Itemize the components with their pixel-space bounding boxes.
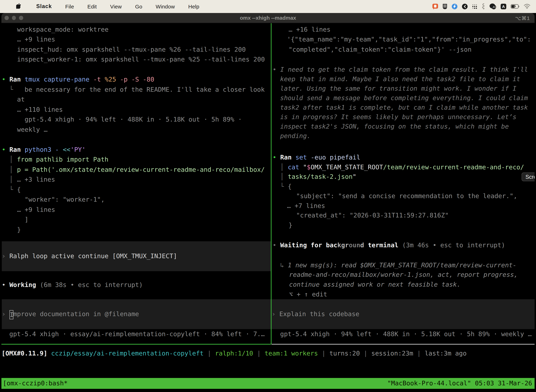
pane-left: workspace_mode: worktree… +9 linesinspec… [2,25,271,339]
spacer [2,290,271,299]
text-segment: ⌥ + ↑ edit [289,290,327,298]
text-segment: p = Path('.omx/state/team/review-current… [17,166,265,173]
svg-text:..61: ..61 [492,6,496,9]
apple-icon[interactable] [16,3,21,10]
text-segment: Explain this codebase [279,310,359,317]
text-segment: › [2,310,9,317]
dots-grid-icon[interactable] [472,4,477,9]
text-segment: oun [349,242,360,249]
text-segment: "completed","claim_token":"claim-token"}… [289,46,471,53]
menu-item-slack[interactable]: Slack [29,3,58,10]
text-segment: "created_at": "2026-03-31T11:59:27.816Z" [289,212,449,219]
text-segment: └ [9,186,17,193]
text-segment: from pathlib import Path [17,156,108,163]
terminal-line: should send a message before completing … [272,93,535,103]
terminal-line: keep that in mind. Maybe I also need the… [272,74,535,84]
text-segment: -p -S -80 [120,76,154,83]
pane-border-bottom-left [1,344,271,345]
terminal-line: └ { [272,182,535,191]
wifi-icon[interactable] [524,4,530,9]
menu-item-window[interactable]: Window [149,4,182,9]
terminal-line: └ { [2,185,271,195]
terminal-line: at [2,95,271,105]
text-segment: d [360,242,368,249]
text-segment: • [2,146,9,153]
text-segment: … +16 lines [289,26,330,33]
terminal-line: '{"team_name":"my-team","task_id":"1","f… [272,35,535,45]
input-source-icon[interactable]: A [500,4,507,9]
text-segment: ] [25,216,29,223]
terminal-line: gpt-5.4 xhigh · essay/ai-reimplementatio… [2,329,271,339]
squiggle-icon[interactable] [482,3,485,10]
window-title-bar[interactable]: omx --xhigh --madmax ⌥⌘1 [1,13,535,23]
status-segment: team:1 workers [265,350,318,357]
prompt-input-left[interactable]: › Improve documentation in @filename [2,299,271,329]
menu-bar: SlackFileEditViewGoWindowHelp ..61 [0,0,536,13]
menu-item-help[interactable]: Help [182,4,206,9]
terminal-line: inspect task2's JSON, focusing on the st… [272,121,535,131]
window-title: omx --xhigh --madmax [1,13,535,23]
text-segment: … +9 lines [17,206,55,213]
terminal-content: workspace_mode: worktree… +9 linesinspec… [1,23,535,392]
bolt-circle-icon[interactable] [452,4,458,9]
pane-divider[interactable] [271,23,271,344]
spacer [272,140,535,153]
terminal-line: gpt-5.4 xhigh · 94% left · 488K in · 5.1… [2,115,271,125]
text-segment: -euo pipefail [311,154,360,161]
text-segment: task2 after task1 is complete, but can I… [280,104,528,111]
terminal-line: … +7 lines [272,201,535,210]
battery-icon[interactable] [511,4,519,9]
text-segment: • [273,242,280,249]
terminal-line: ] [2,215,271,225]
text-segment: Waiting for bac [280,242,337,249]
text-segment: ↳ [280,261,288,269]
text-segment: set [295,154,311,161]
text-segment: be necessary for the end of the README. … [25,86,265,93]
terminal-line: • I need to get the claim token from the… [272,65,535,74]
text-segment: '{"team_name":"my-team","task_id":"1","f… [287,36,531,43]
terminal-line: } [2,225,271,235]
text-segment: 1 new msg(s): read $OMX_TEAM_STATE_ROOT/… [288,261,516,269]
terminal-line: │ cat "$OMX_TEAM_STATE_ROOT/team/review-… [272,162,535,172]
moon-chevron-icon[interactable] [462,4,468,9]
text-segment: $ [307,163,311,171]
tmux-status-bar: [omx-cczip0:bash* "MacBook-Pro-44.local"… [1,378,535,389]
prompt-input-right[interactable]: › Explain this codebase [272,299,535,329]
text-segment: should send a message before completing … [280,94,528,102]
menu-item-edit[interactable]: Edit [81,4,103,9]
recording-indicator-icon[interactable] [432,4,438,9]
terminal-line: … +9 lines [2,35,271,45]
text-segment: workspace_mode: worktree [17,26,109,33]
terminal-line: • Ran set -euo pipefail [272,153,535,162]
terminal-line: ⌥ + ↑ edit [272,289,535,299]
text-segment: (3m 46s • esc to interrupt) [402,242,505,249]
text-segment: (6m 38s • esc to interrupt) [40,281,143,289]
text-segment: └ [280,183,288,190]
keypad-shield-icon[interactable] [442,4,447,9]
text-segment: keep that in mind. Maybe I also need the… [280,75,520,83]
status-segment: session:23m [371,350,413,357]
text-segment: … +7 lines [287,202,325,209]
text-segment: Ran [280,154,295,161]
text-segment: 'PY' [70,146,86,153]
terminal-line: … +16 lines [272,25,535,35]
text-segment: … +110 lines [17,106,63,113]
text-segment: I need to get the claim token from the c… [280,66,528,73]
spacer [2,235,271,241]
battery-percent-badge[interactable]: ..61 [489,4,496,9]
pane-right: … +16 lines'{"team_name":"my-team","task… [272,25,535,339]
prompt-input-left: › Improve documentation in @filename [2,309,271,319]
menu-item-go[interactable]: Go [128,4,149,9]
status-segment: | [318,350,329,357]
text-segment: /team/review-current-readme-and-reco/ [383,163,524,171]
screen: SlackFileEditViewGoWindowHelp ..61 [0,0,536,392]
terminal-line: weekly … [2,125,271,135]
menu-item-file[interactable]: File [58,4,81,9]
menu-item-view[interactable]: View [103,4,128,9]
text-segment: << [63,146,70,153]
text-segment: gpt-5.4 xhigh · 94% left · 488K in · 5.1… [280,330,532,338]
terminal-line: │ … +3 lines [2,175,271,185]
text-segment: is in progress? It seems likely but perh… [280,113,517,121]
spacer [272,250,535,260]
terminal-line: "subject": "send a concise recommendatio… [272,191,535,201]
